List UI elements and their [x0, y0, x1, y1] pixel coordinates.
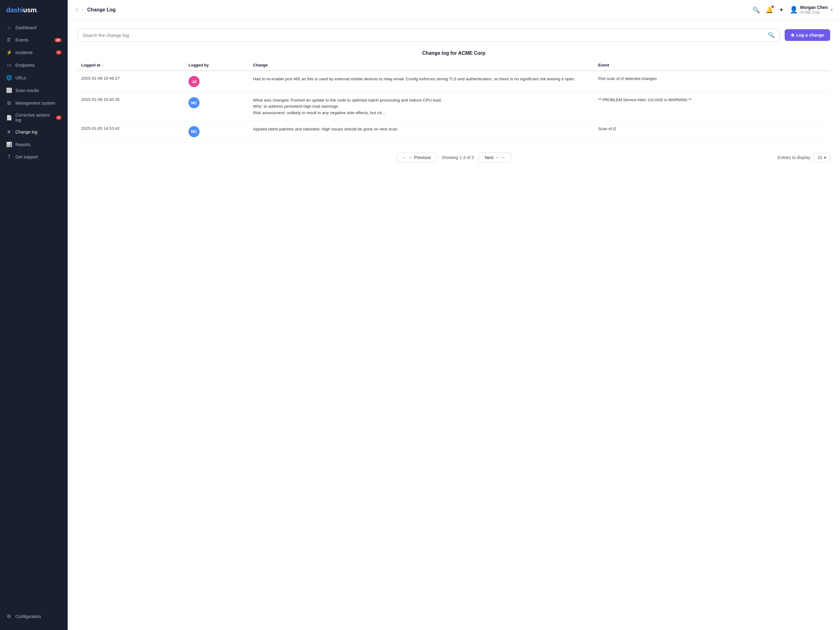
user-company: ACME Corp: [801, 10, 828, 15]
sort-icon: ↓: [101, 63, 103, 67]
sidebar-item-label: Configuration: [15, 614, 41, 619]
sidebar-item-scan-results[interactable]: ⬜ Scan results: [0, 84, 68, 97]
next-button[interactable]: Next → →: [479, 152, 511, 163]
cell-logged-by: MC: [185, 121, 249, 142]
cell-event: Port scan of t2 detected changes: [595, 71, 830, 92]
avatar: MC: [188, 97, 199, 108]
search-box: 🔍: [77, 28, 780, 42]
get-support-icon: ?: [6, 154, 12, 160]
sidebar-item-configuration[interactable]: ⚙ Configuration: [0, 610, 68, 623]
sidebar: dashiusm. ⌂ Dashboard 🗓 Events 28 ⚡ Inci…: [0, 0, 68, 630]
page-info: Showing 1-3 of 3: [442, 155, 474, 160]
sidebar-item-get-support[interactable]: ? Get support: [0, 151, 68, 163]
col-logged-at[interactable]: Logged at ↓: [77, 60, 185, 71]
cell-logged-at: 2025-01-05 14:53:42: [77, 121, 185, 142]
sidebar-item-label: Change log: [15, 130, 38, 135]
urls-icon: 🌐: [6, 75, 12, 81]
chevron-down-icon: ▾: [831, 8, 833, 12]
header-right: 🔍 🔔 ✦ 👤 Morgan Chen ACME Corp ▾: [752, 5, 833, 15]
table-title: Change log for ACME Corp: [77, 51, 830, 56]
configuration-icon: ⚙: [6, 613, 12, 619]
sidebar-item-urls[interactable]: 🌐 URLs: [0, 71, 68, 84]
sidebar-item-label: Get support: [15, 154, 38, 159]
user-icon: 👤: [789, 6, 798, 14]
cell-logged-by: Jd: [185, 71, 249, 92]
home-icon[interactable]: ⌂: [75, 6, 78, 13]
sidebar-item-corrective-actions-log[interactable]: 📄 Corrective actions log 2: [0, 109, 68, 126]
entries-label: Entries to display: [778, 155, 810, 160]
search-icon[interactable]: 🔍: [752, 6, 760, 14]
entries-value: 10: [817, 155, 822, 160]
cell-event: ** PROBLEM Service Alert: t1/LOAD is WAR…: [595, 92, 830, 121]
cell-event: Scan of t2: [595, 121, 830, 142]
logo-dashi: dashi: [6, 6, 23, 14]
sidebar-bottom: ⚙ Configuration: [0, 605, 68, 630]
reports-icon: 📊: [6, 141, 12, 147]
pagination-row: ← ← Previous Showing 1-3 of 3 Next → → E…: [77, 152, 830, 163]
sidebar-item-change-log[interactable]: ≡ Change log: [0, 126, 68, 138]
log-change-button[interactable]: ⊕ Log a change: [785, 29, 830, 41]
logo-dot: .: [36, 6, 38, 14]
cell-change: Had to re-enable port 465 as this is use…: [249, 71, 595, 92]
sidebar-item-dashboard[interactable]: ⌂ Dashboard: [0, 22, 68, 34]
ai-icon[interactable]: ✦: [779, 6, 784, 14]
cell-logged-at: 2025-01-08 10:46:27: [77, 71, 185, 92]
cell-change: What was changed: Pushed an update to th…: [249, 92, 595, 121]
avatar: Jd: [188, 76, 199, 87]
events-icon: 🗓: [6, 37, 12, 43]
sidebar-nav: ⌂ Dashboard 🗓 Events 28 ⚡ Incidents 1 ▭ …: [0, 22, 68, 605]
sidebar-item-label: Events: [15, 38, 28, 43]
col-change: Change: [249, 60, 595, 71]
sidebar-item-label: Scan results: [15, 88, 39, 93]
bell-icon[interactable]: 🔔: [766, 6, 773, 14]
log-change-plus-icon: ⊕: [791, 33, 794, 38]
management-icon: ⊞: [6, 100, 12, 106]
header: ⌂ › Change Log 🔍 🔔 ✦ 👤 Morgan Chen ACME …: [68, 0, 840, 20]
page-title: Change Log: [87, 7, 115, 13]
sidebar-item-label: URLs: [15, 75, 26, 80]
breadcrumb-separator: ›: [82, 7, 84, 12]
prev-arrow-icon: ←: [403, 155, 407, 160]
change-log-table: Logged at ↓ Logged by Change Event 2025-…: [77, 60, 830, 142]
corrective-actions-icon: 📄: [6, 115, 12, 120]
search-submit-icon[interactable]: 🔍: [768, 32, 775, 38]
cell-change: Applied latest patches and rebooted. Hig…: [249, 121, 595, 142]
search-input[interactable]: [83, 33, 765, 38]
entries-display: Entries to display 10 ▾: [778, 153, 830, 162]
sidebar-item-events[interactable]: 🗓 Events 28: [0, 34, 68, 46]
change-log-icon: ≡: [6, 129, 12, 135]
events-badge: 28: [54, 38, 62, 42]
scan-results-icon: ⬜: [6, 87, 12, 93]
sidebar-item-label: Management system: [15, 101, 55, 106]
sidebar-item-reports[interactable]: 📊 Reports: [0, 138, 68, 151]
next-arrow-icon: →: [501, 155, 505, 160]
sidebar-item-label: Reports: [15, 142, 30, 147]
incidents-badge: 1: [56, 51, 62, 54]
col-logged-at-label: Logged at: [81, 63, 100, 67]
sidebar-item-management-system[interactable]: ⊞ Management system: [0, 97, 68, 109]
sidebar-item-incidents[interactable]: ⚡ Incidents 1: [0, 46, 68, 59]
previous-label: ← Previous: [409, 155, 431, 160]
search-row: 🔍 ⊕ Log a change: [77, 28, 830, 42]
next-label: Next →: [485, 155, 499, 160]
table-row[interactable]: 2025-01-05 14:53:42 MC Applied latest pa…: [77, 121, 830, 142]
avatar: MC: [188, 126, 199, 137]
col-logged-by: Logged by: [185, 60, 249, 71]
table-row[interactable]: 2025-01-08 10:46:27 Jd Had to re-enable …: [77, 71, 830, 92]
sidebar-item-label: Corrective actions log: [15, 112, 52, 122]
entries-chevron-icon: ▾: [824, 155, 826, 160]
incidents-icon: ⚡: [6, 49, 12, 55]
user-name: Morgan Chen: [801, 5, 828, 10]
user-info: Morgan Chen ACME Corp: [801, 5, 828, 15]
page-content: 🔍 ⊕ Log a change Change log for ACME Cor…: [68, 20, 840, 630]
table-row[interactable]: 2025-01-08 10:40:35 MC What was changed:…: [77, 92, 830, 121]
sidebar-item-endpoints[interactable]: ▭ Endpoints: [0, 59, 68, 71]
endpoints-icon: ▭: [6, 62, 12, 68]
entries-select[interactable]: 10 ▾: [813, 153, 830, 162]
previous-button[interactable]: ← ← Previous: [396, 152, 437, 163]
sidebar-item-label: Dashboard: [15, 25, 36, 30]
cell-logged-at: 2025-01-08 10:40:35: [77, 92, 185, 121]
sidebar-item-label: Incidents: [15, 50, 33, 55]
user-profile[interactable]: 👤 Morgan Chen ACME Corp ▾: [789, 5, 833, 15]
bell-notification-dot: [771, 6, 774, 8]
